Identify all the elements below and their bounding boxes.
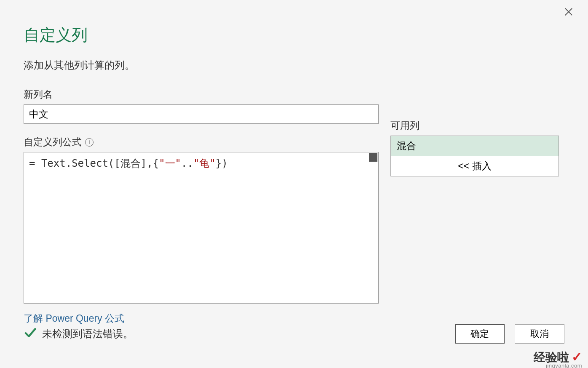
formula-close: }) <box>216 157 228 169</box>
cancel-button[interactable]: 取消 <box>515 324 564 344</box>
watermark-url: jingyanla.com <box>546 363 582 368</box>
button-group: 确定 取消 <box>455 324 564 344</box>
formula-func: Text.Select <box>41 157 108 169</box>
close-button[interactable] <box>562 6 575 19</box>
info-icon[interactable]: i <box>85 138 94 147</box>
validation-text: 未检测到语法错误。 <box>42 327 133 341</box>
new-column-input[interactable] <box>24 104 379 124</box>
new-column-label: 新列名 <box>24 88 379 101</box>
watermark-check-icon: ✓ <box>572 349 582 364</box>
formula-str2: "龟" <box>193 157 216 169</box>
formula-mid: ],{ <box>141 157 159 169</box>
available-columns-label: 可用列 <box>390 119 559 132</box>
formula-col: 混合 <box>120 157 141 169</box>
close-icon <box>564 7 573 18</box>
ok-button[interactable]: 确定 <box>455 324 505 344</box>
validation-status: 未检测到语法错误。 <box>24 326 133 341</box>
formula-label-text: 自定义列公式 <box>24 136 82 149</box>
formula-str1: "一" <box>159 157 181 169</box>
dialog-subtitle: 添加从其他列计算的列。 <box>24 59 564 72</box>
left-column: 新列名 自定义列公式 i = Text.Select([混合],{"一".."龟… <box>24 88 379 325</box>
list-item[interactable]: 混合 <box>391 136 559 156</box>
formula-dots: .. <box>181 157 193 169</box>
formula-label: 自定义列公式 i <box>24 136 379 149</box>
formula-prefix: = <box>29 157 41 169</box>
content-row: 新列名 自定义列公式 i = Text.Select([混合],{"一".."龟… <box>24 88 564 325</box>
help-link[interactable]: 了解 Power Query 公式 <box>24 312 124 325</box>
right-column: 可用列 混合 << 插入 <box>390 88 559 325</box>
formula-content: = Text.Select([混合],{"一".."龟"}) <box>24 152 378 175</box>
formula-open: ([ <box>108 157 120 169</box>
custom-column-dialog: 自定义列 添加从其他列计算的列。 新列名 自定义列公式 i = Text.Sel… <box>0 0 588 368</box>
check-icon <box>24 326 36 341</box>
formula-editor[interactable]: = Text.Select([混合],{"一".."龟"}) <box>24 152 379 304</box>
dialog-footer: 未检测到语法错误。 确定 取消 <box>24 324 564 344</box>
scrollbar-thumb[interactable] <box>369 153 377 162</box>
insert-button[interactable]: << 插入 <box>391 156 559 176</box>
available-columns-list: 混合 << 插入 <box>390 136 559 176</box>
dialog-title: 自定义列 <box>24 24 564 46</box>
